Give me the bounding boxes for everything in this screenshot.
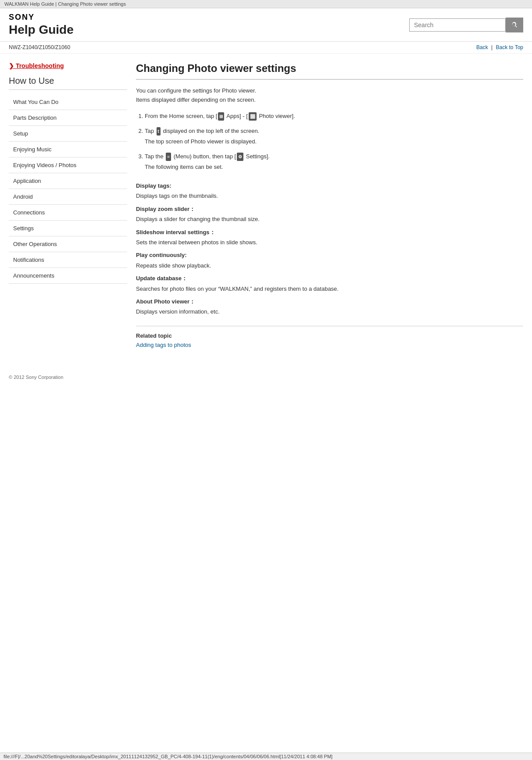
- settings-gear-icon: ⚙: [237, 153, 243, 161]
- apps-grid-icon: ⊞: [218, 112, 224, 121]
- footer: © 2012 Sony Corporation: [0, 366, 532, 389]
- setting-display-zoom-def: Displays a slider for changing the thumb…: [136, 214, 523, 224]
- menu-icon: ≡: [166, 153, 171, 161]
- sidebar-item-enjoying-videos-photos[interactable]: Enjoying Videos / Photos: [9, 157, 127, 173]
- setting-update-db-def: Searches for photo files on your “WALKMA…: [136, 284, 523, 294]
- device-model: NWZ-Z1040/Z1050/Z1060: [9, 44, 70, 50]
- search-area: [409, 18, 523, 32]
- step-3: Tap the ≡ (Menu) button, then tap [⚙ Set…: [145, 152, 523, 172]
- intro-line2: Items displayed differ depending on the …: [136, 96, 523, 105]
- settings-list: Display tags: Displays tags on the thumb…: [136, 181, 523, 317]
- main-layout: Troubleshooting How to Use What You Can …: [0, 54, 532, 357]
- setting-play-continuously-def: Repeats slide show playback.: [136, 260, 523, 271]
- copyright-text: © 2012 Sony Corporation: [9, 375, 63, 380]
- troubleshooting-link[interactable]: Troubleshooting: [9, 62, 127, 69]
- setting-play-continuously-term: Play continuously:: [136, 250, 523, 260]
- content: Changing Photo viewer settings You can c…: [136, 62, 523, 348]
- header: SONY Help Guide: [0, 8, 532, 42]
- search-button[interactable]: [506, 18, 523, 32]
- logo-area: SONY Help Guide: [9, 13, 74, 37]
- intro-line1: You can configure the settings for Photo…: [136, 86, 523, 96]
- sidebar-item-connections[interactable]: Connections: [9, 205, 127, 221]
- step-2-subtext: The top screen of Photo viewer is displa…: [145, 137, 523, 146]
- sidebar-item-setup[interactable]: Setup: [9, 126, 127, 142]
- sidebar-item-settings[interactable]: Settings: [9, 221, 127, 236]
- steps-list: From the Home screen, tap [⊞ Apps] - [⬜ …: [145, 111, 523, 172]
- search-icon: [511, 21, 518, 29]
- sidebar-item-other-operations[interactable]: Other Operations: [9, 236, 127, 252]
- back-to-top-link[interactable]: Back to Top: [496, 44, 523, 50]
- nav-links: Back | Back to Top: [476, 44, 523, 50]
- sidebar-item-what-you-can-do[interactable]: What You Can Do: [9, 94, 127, 110]
- step-2: Tap t displayed on the top left of the s…: [145, 126, 523, 146]
- how-to-use-heading: How to Use: [9, 76, 127, 90]
- sidebar: Troubleshooting How to Use What You Can …: [9, 62, 127, 348]
- intro-text: You can configure the settings for Photo…: [136, 86, 523, 105]
- related-topic-link[interactable]: Adding tags to photos: [136, 342, 191, 348]
- step-3-subtext: The following items can be set.: [145, 162, 523, 172]
- sidebar-item-notifications[interactable]: Notifications: [9, 252, 127, 268]
- step-1: From the Home screen, tap [⊞ Apps] - [⬜ …: [145, 111, 523, 121]
- sony-logo: SONY: [9, 13, 74, 22]
- setting-slideshow-def: Sets the interval between photos in slid…: [136, 237, 523, 247]
- sidebar-item-announcements[interactable]: Announcements: [9, 268, 127, 284]
- search-input[interactable]: [409, 18, 506, 32]
- sidebar-item-android[interactable]: Android: [9, 189, 127, 205]
- setting-display-tags-term: Display tags:: [136, 181, 523, 191]
- setting-about-term: About Photo viewer：: [136, 296, 523, 307]
- subheader: NWZ-Z1040/Z1050/Z1060 Back | Back to Top: [0, 42, 532, 54]
- setting-slideshow-term: Slideshow interval settings：: [136, 227, 523, 237]
- related-topic-label: Related topic: [136, 332, 523, 339]
- browser-tab-title: WALKMAN Help Guide | Changing Photo view…: [4, 1, 126, 7]
- sidebar-item-enjoying-music[interactable]: Enjoying Music: [9, 142, 127, 157]
- setting-about-def: Displays version information, etc.: [136, 307, 523, 317]
- sidebar-item-application[interactable]: Application: [9, 173, 127, 189]
- browser-tab: WALKMAN Help Guide | Changing Photo view…: [0, 0, 532, 8]
- setting-update-db-term: Update database：: [136, 273, 523, 283]
- photo-viewer-icon: ⬜: [249, 112, 257, 121]
- setting-display-tags-def: Displays tags on the thumbnails.: [136, 191, 523, 201]
- sidebar-item-parts-description[interactable]: Parts Description: [9, 110, 127, 126]
- setting-display-zoom-term: Display zoom slider：: [136, 204, 523, 214]
- back-link[interactable]: Back: [476, 44, 488, 50]
- page-heading: Changing Photo viewer settings: [136, 62, 523, 80]
- help-guide-title: Help Guide: [9, 23, 74, 37]
- back-icon: t: [157, 127, 161, 136]
- related-topic-section: Related topic Adding tags to photos: [136, 326, 523, 348]
